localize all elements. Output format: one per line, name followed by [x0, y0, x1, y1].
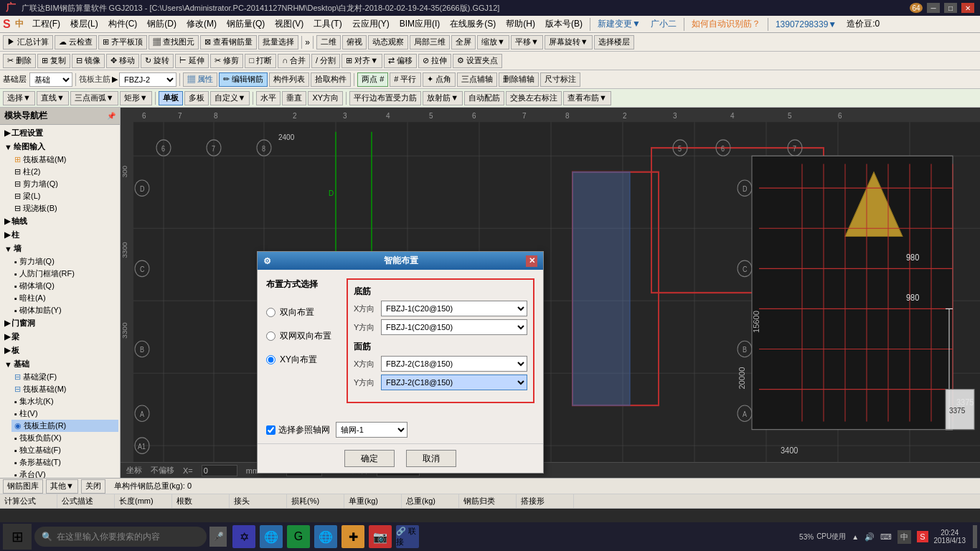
menu-item-rebarqty[interactable]: 钢筋量(Q): [222, 17, 269, 32]
tree-group-beam2[interactable]: ▶ 梁: [1, 330, 118, 344]
break-button[interactable]: □ 打断: [245, 54, 276, 68]
tree-group-door[interactable]: ▶ 门窗洞: [1, 316, 118, 330]
menu-item-cloud[interactable]: 云应用(Y): [348, 17, 394, 32]
delete-button[interactable]: ✂ 删除: [3, 54, 36, 68]
top-x-select[interactable]: FBZJ-2(C18@150): [381, 356, 527, 372]
tree-item-col[interactable]: ⊟ 柱(2): [11, 166, 118, 178]
checkbox-axis-input[interactable]: [266, 425, 275, 435]
radio-xy[interactable]: XY向布置: [266, 354, 338, 366]
move-button[interactable]: ✥ 移动: [106, 54, 139, 68]
menu-item-rebar[interactable]: 钢筋(D): [143, 17, 181, 32]
rotate-button[interactable]: ↻ 旋转: [141, 54, 174, 68]
layer-select[interactable]: 基础: [29, 72, 72, 87]
task-icon-6[interactable]: 📷: [369, 525, 392, 548]
single-board-button[interactable]: 单板: [159, 91, 183, 105]
batch-select-button[interactable]: 批量选择: [258, 35, 298, 50]
parallel-button[interactable]: # 平行: [390, 72, 420, 87]
offset-button[interactable]: ⇄ 偏移: [384, 54, 417, 68]
find-element-button[interactable]: ▦ 查找图元: [149, 35, 199, 50]
rect-button[interactable]: 矩形▼: [120, 91, 152, 105]
tree-item-dc[interactable]: ▪暗柱(A): [11, 292, 118, 304]
axis-select[interactable]: 轴网-1 轴网-2: [336, 422, 407, 438]
mic-icon[interactable]: 🎤: [209, 527, 227, 547]
tree-item-iso[interactable]: ▪独立基础(F): [11, 444, 118, 456]
task-icon-3[interactable]: G: [287, 525, 310, 548]
cloud-check-button[interactable]: ☁ 云检查: [55, 35, 97, 50]
align-button[interactable]: ⊞ 对齐▼: [341, 54, 382, 68]
component-list-button[interactable]: 构件列表: [269, 72, 309, 87]
radio-dual-input[interactable]: [266, 308, 275, 317]
menu-item-view[interactable]: 视图(V): [270, 17, 308, 32]
pick-component-button[interactable]: 拾取构件: [311, 72, 351, 87]
other-button[interactable]: 其他▼: [46, 479, 78, 494]
keyboard-icon[interactable]: ⌨: [880, 532, 892, 542]
radio-xy-input[interactable]: [266, 355, 275, 364]
zoom-button[interactable]: 缩放▼: [477, 35, 509, 50]
del-aux-button[interactable]: 删除辅轴: [499, 72, 539, 87]
taskbar-search[interactable]: 🔍 在这里输入你要搜索的内容: [34, 527, 207, 547]
tray-arrow[interactable]: ▲: [852, 533, 859, 541]
tree-item-cap[interactable]: ▪承台(V): [11, 468, 118, 478]
ime-indicator[interactable]: S: [917, 531, 928, 542]
line-button[interactable]: 直线▼: [37, 91, 69, 105]
tree-group-col[interactable]: ▶ 柱: [1, 228, 118, 242]
custom-button[interactable]: 自定义▼: [210, 91, 250, 105]
bottom-y-select[interactable]: FBZJ-1(C20@150): [381, 319, 527, 335]
cancel-button[interactable]: 取消: [406, 450, 456, 467]
task-icon-4[interactable]: 🌐: [314, 525, 337, 548]
close-button[interactable]: ✕: [961, 3, 974, 13]
tree-group-wall[interactable]: ▼ 墙: [1, 242, 118, 255]
x-input[interactable]: [202, 465, 237, 476]
tree-group-foundation[interactable]: ▼ 基础: [1, 357, 118, 371]
tree-group-axis[interactable]: ▶ 轴线: [1, 215, 118, 228]
tree-item-pit[interactable]: ▪集水坑(K): [11, 395, 118, 408]
dimension-button[interactable]: 尺寸标注: [540, 72, 580, 87]
view-rebar-button[interactable]: ⊠ 查看钢筋量: [200, 35, 257, 50]
select-floor-button[interactable]: 选择楼层: [594, 35, 634, 50]
auto-rebar-button[interactable]: 自动配筋: [464, 91, 504, 105]
price-info[interactable]: 造价豆:0: [842, 17, 884, 32]
horizontal-button[interactable]: 水平: [256, 91, 281, 105]
lang-indicator[interactable]: 中: [897, 530, 911, 544]
stretch-button[interactable]: ⊘ 拉伸: [418, 54, 451, 68]
task-icon-5[interactable]: ✚: [341, 525, 364, 548]
menu-item-version[interactable]: 版本号(B): [541, 17, 587, 32]
radio-dual-net[interactable]: 双网双向布置: [266, 330, 338, 342]
drawing-area[interactable]: 6 7 8 2 3 4 5 6 7 8 2 3 4 5 6: [121, 108, 980, 478]
volume-icon[interactable]: 🔊: [864, 532, 875, 542]
vertical-button[interactable]: 垂直: [282, 91, 306, 105]
confirm-button[interactable]: 确定: [344, 450, 395, 467]
close-panel-button[interactable]: 关闭: [81, 479, 105, 494]
tree-item-raftmain[interactable]: ◉筏板主筋(R): [11, 420, 118, 432]
tree-item-mw[interactable]: ▪砌体墙(Q): [11, 280, 118, 292]
merge-button[interactable]: ∩ 合并: [278, 54, 310, 68]
help-link[interactable]: 如何自动识别筋？: [687, 17, 765, 32]
2d-button[interactable]: 二维: [316, 35, 341, 50]
tree-item-mwr[interactable]: ▪砌体加筋(Y): [11, 304, 118, 316]
extend-button[interactable]: ⊢ 延伸: [175, 54, 209, 68]
swap-annotation-button[interactable]: 交换左右标注: [506, 91, 562, 105]
bottom-x-select[interactable]: FBZJ-1(C20@150): [381, 301, 527, 316]
select-mode-button[interactable]: 选择▼: [3, 91, 35, 105]
dialog-close-button[interactable]: ✕: [526, 255, 537, 267]
tree-item-rfw[interactable]: ▪人防门框墙(RF): [11, 268, 118, 280]
tree-item-raftneg[interactable]: ▪筏板负筋(X): [11, 432, 118, 444]
edit-rebar-button[interactable]: ✏ 编辑钢筋: [219, 72, 268, 87]
tree-group-plate[interactable]: ▶ 板: [1, 344, 118, 357]
xy-button[interactable]: XY方向: [308, 91, 343, 105]
tree-area[interactable]: ▶ 工程设置 ▼ 绘图输入 ⊞ 筏板基础(M) ⊟: [0, 125, 120, 478]
menu-item-assistant[interactable]: 广小二: [646, 17, 681, 32]
local3d-button[interactable]: 局部三维: [410, 35, 450, 50]
split-button[interactable]: / 分割: [311, 54, 340, 68]
menu-item-tools[interactable]: 工具(T): [309, 17, 346, 32]
tree-item-raft2[interactable]: ⊟筏板基础(M): [11, 383, 118, 395]
radio-dual-net-input[interactable]: [266, 331, 275, 341]
maximize-button[interactable]: □: [944, 3, 957, 13]
property-button[interactable]: ▦ 属性: [183, 72, 217, 87]
component-select[interactable]: FBZJ-2 FBZJ-1: [119, 72, 176, 87]
dynamic-button[interactable]: 动态观察: [368, 35, 408, 50]
tree-item-shearwall[interactable]: ⊟ 剪力墙(Q): [11, 178, 118, 190]
radio-dual[interactable]: 双向布置: [266, 306, 338, 319]
mirror-button[interactable]: ⊟ 镜像: [72, 54, 105, 68]
screen-rotate-button[interactable]: 屏幕旋转▼: [545, 35, 593, 50]
